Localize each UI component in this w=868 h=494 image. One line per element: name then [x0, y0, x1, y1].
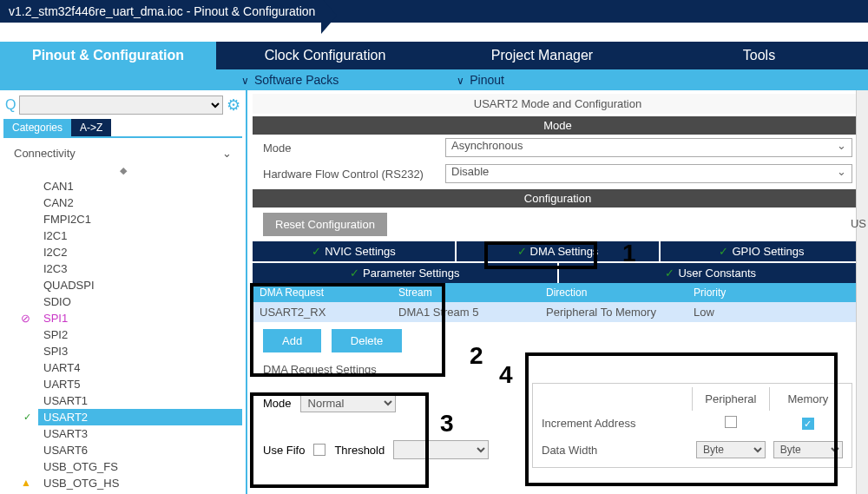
reset-config-button[interactable]: Reset Configuration [263, 213, 387, 236]
threshold-label: Threshold [334, 444, 385, 457]
delete-button[interactable]: Delete [332, 329, 403, 352]
breadcrumb-bar: v1.2_stm32f446re_uart_dma.ioc - Pinout &… [0, 0, 868, 23]
breadcrumb-file: v1.2_stm32f446re_uart_dma.ioc [9, 4, 183, 18]
check-icon: ✓ [350, 267, 359, 280]
periph-usart3[interactable]: USART3 [38, 425, 242, 442]
tab-a-z[interactable]: A->Z [71, 119, 111, 136]
category-label: Connectivity [14, 147, 76, 160]
mode-select[interactable]: Asynchronous [445, 138, 852, 157]
threshold-select[interactable] [393, 440, 489, 459]
search-input[interactable] [19, 96, 223, 115]
periph-uart4[interactable]: UART4 [38, 359, 242, 376]
check-icon: ✓ [312, 245, 321, 258]
breadcrumb-section: Pinout & Configuration [194, 4, 315, 18]
breadcrumb-item: v1.2_stm32f446re_uart_dma.ioc - Pinout &… [9, 4, 337, 18]
periph-i2c3[interactable]: I2C3 [38, 260, 242, 277]
periph-i2c1[interactable]: I2C1 [38, 227, 242, 244]
cell-direction: Peripheral To Memory [539, 302, 687, 322]
tab-project-manager[interactable]: Project Manager [434, 42, 651, 69]
dma-row[interactable]: USART2_RX DMA1 Stream 5 Peripheral To Me… [253, 302, 863, 322]
periph-usart6[interactable]: USART6 [38, 442, 242, 458]
category-connectivity[interactable]: Connectivity ⌄ [3, 138, 242, 163]
check-icon: ✓ [517, 245, 527, 258]
tab-user-constants[interactable]: ✓User Constants [559, 263, 864, 283]
tab-parameter-settings[interactable]: ✓Parameter Settings [253, 263, 557, 283]
peripheral-list: CAN1 CAN2 FMPI2C1 I2C1 I2C2 I2C3 QUADSPI… [3, 178, 242, 491]
dma-request-settings-label: DMA Request Settings [253, 359, 863, 379]
col-stream: Stream [391, 283, 539, 302]
periph-quadspi[interactable]: QUADSPI [38, 277, 242, 293]
mode-header: Mode [253, 116, 863, 135]
subtab-software-packs[interactable]: Software Packs [226, 69, 354, 90]
subtab-pinout[interactable]: Pinout [441, 69, 520, 90]
periph-spi2[interactable]: SPI2 [38, 326, 242, 343]
tab-gpio-settings[interactable]: ✓GPIO Settings [661, 241, 863, 261]
periph-usart1[interactable]: USART1 [38, 392, 242, 409]
use-fifo-checkbox[interactable] [313, 444, 326, 456]
flow-control-select[interactable]: Disable [445, 164, 852, 183]
sub-tabs: Software Packs Pinout [0, 69, 868, 90]
tab-nvic-settings[interactable]: ✓NVIC Settings [253, 241, 455, 261]
col-direction: Direction [539, 283, 687, 302]
dma-table-header: DMA Request Stream Direction Priority [253, 283, 863, 302]
tab-clock-config[interactable]: Clock Configuration [217, 42, 434, 69]
tab-dma-settings[interactable]: ✓DMA Settings [457, 241, 659, 261]
tab-pinout-config[interactable]: Pinout & Configuration [0, 42, 217, 69]
mode-label: Mode [263, 142, 445, 155]
left-sidebar: Q ⚙ Categories A->Z Connectivity ⌄ ◆ CAN… [0, 90, 247, 494]
chevron-right-icon [321, 0, 337, 34]
periph-spi1[interactable]: SPI1 [38, 310, 242, 326]
tab-categories[interactable]: Categories [3, 119, 71, 136]
periph-sdio[interactable]: SDIO [38, 293, 242, 310]
periph-i2c2[interactable]: I2C2 [38, 244, 242, 260]
scrollbar[interactable] [856, 90, 868, 494]
config-header: Configuration [253, 189, 863, 207]
sort-icon[interactable]: ◆ [3, 163, 242, 178]
check-icon: ✓ [665, 267, 674, 280]
cutoff-text: US [851, 217, 866, 230]
periph-can1[interactable]: CAN1 [38, 178, 242, 194]
search-icon: Q [5, 97, 16, 113]
check-icon: ✓ [719, 245, 728, 258]
mem-width-select[interactable]: Byte [773, 441, 843, 458]
periph-spi3[interactable]: SPI3 [38, 343, 242, 359]
incr-periph-checkbox[interactable] [725, 416, 737, 428]
data-width-label: Data Width [538, 436, 693, 464]
col-peripheral: Peripheral [693, 387, 770, 411]
main-tabs: Pinout & Configuration Clock Configurati… [0, 42, 868, 69]
periph-can2[interactable]: CAN2 [38, 194, 242, 211]
tab-tools[interactable]: Tools [651, 42, 868, 69]
periph-uart5[interactable]: UART5 [38, 376, 242, 392]
add-button[interactable]: Add [263, 329, 321, 352]
cell-dma-request: USART2_RX [253, 302, 391, 322]
col-priority: Priority [687, 283, 863, 302]
periph-fmpi2c1[interactable]: FMPI2C1 [38, 211, 242, 227]
periph-usb-otg-fs[interactable]: USB_OTG_FS [38, 458, 242, 475]
flow-control-label: Hardware Flow Control (RS232) [263, 168, 445, 181]
cell-priority: Low [687, 302, 863, 322]
config-panel: USART2 Mode and Configuration Mode Mode … [247, 90, 868, 494]
col-memory: Memory [769, 387, 846, 411]
dma-mode-label: Mode [263, 397, 292, 410]
col-dma-request: DMA Request [253, 283, 391, 302]
periph-usart2[interactable]: USART2 [38, 409, 242, 425]
periph-usb-otg-hs[interactable]: USB_OTG_HS [38, 475, 242, 491]
increment-address-label: Increment Address [538, 411, 693, 436]
cell-stream: DMA1 Stream 5 [391, 302, 539, 322]
dma-mode-select[interactable]: Normal [300, 393, 396, 412]
gear-icon[interactable]: ⚙ [227, 96, 240, 115]
use-fifo-label: Use Fifo [263, 444, 305, 457]
periph-width-select[interactable]: Byte [696, 441, 766, 458]
panel-title: USART2 Mode and Configuration [253, 94, 863, 114]
chevron-down-icon: ⌄ [222, 147, 232, 160]
incr-mem-checkbox[interactable]: ✓ [802, 418, 814, 430]
